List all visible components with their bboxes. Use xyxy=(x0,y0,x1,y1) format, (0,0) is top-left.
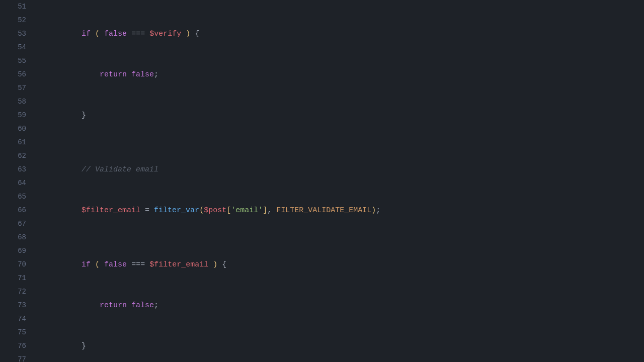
code-line-54: } xyxy=(36,95,644,136)
line-num-62: 62 xyxy=(8,149,26,163)
line-num-59: 59 xyxy=(8,109,26,122)
line-num-55: 55 xyxy=(8,54,26,68)
line-num-72: 72 xyxy=(8,285,26,299)
code-line-60: return false; xyxy=(36,285,644,326)
line-num-58: 58 xyxy=(8,95,26,109)
line-num-76: 76 xyxy=(8,339,26,353)
code-line-57: $filter_email = filter_var($post['email'… xyxy=(36,190,644,231)
line-num-60: 60 xyxy=(8,122,26,136)
line-num-64: 64 xyxy=(8,176,26,190)
line-num-73: 73 xyxy=(8,299,26,312)
line-num-75: 75 xyxy=(8,326,26,339)
line-num-53: 53 xyxy=(8,27,26,41)
code-content: if ( false === $verify ) { return false;… xyxy=(34,0,644,362)
code-line-56: // Validate email xyxy=(36,149,644,190)
line-num-69: 69 xyxy=(8,244,26,258)
line-num-70: 70 xyxy=(8,258,26,272)
line-num-71: 71 xyxy=(8,272,26,285)
line-num-68: 68 xyxy=(8,231,26,244)
code-line-51 xyxy=(36,0,644,14)
code-line-55 xyxy=(36,136,644,149)
line-num-63: 63 xyxy=(8,163,26,176)
code-editor: 51 52 53 54 55 56 57 58 59 60 61 62 63 6… xyxy=(0,0,644,362)
line-num-52: 52 xyxy=(8,14,26,27)
code-line-52: if ( false === $verify ) { xyxy=(36,14,644,54)
line-num-54: 54 xyxy=(8,41,26,54)
code-line-58 xyxy=(36,231,644,244)
line-num-56: 56 xyxy=(8,68,26,81)
line-num-74: 74 xyxy=(8,312,26,326)
line-numbers: 51 52 53 54 55 56 57 58 59 60 61 62 63 6… xyxy=(0,0,34,362)
line-num-57: 57 xyxy=(8,81,26,95)
line-num-66: 66 xyxy=(8,204,26,217)
line-num-67: 67 xyxy=(8,217,26,231)
line-num-61: 61 xyxy=(8,136,26,149)
line-num-65: 65 xyxy=(8,190,26,204)
code-line-53: return false; xyxy=(36,54,644,95)
line-num-51: 51 xyxy=(8,0,26,14)
line-num-77: 77 xyxy=(8,353,26,362)
code-line-59: if ( false === $filter_email ) { xyxy=(36,244,644,285)
code-line-61: } xyxy=(36,326,644,362)
